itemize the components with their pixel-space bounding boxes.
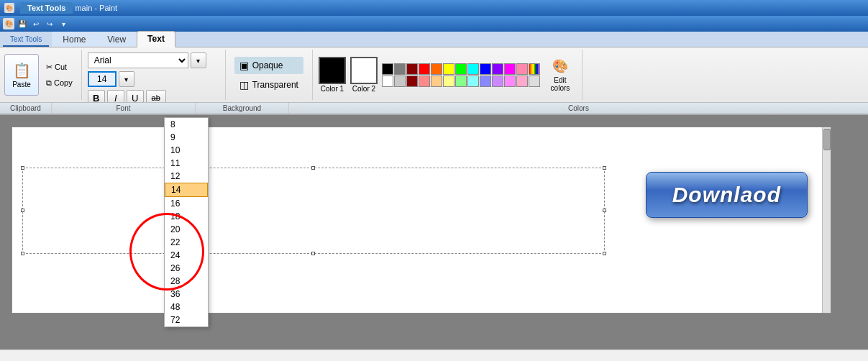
text-tools-title-tab: Text Tools: [20, 2, 73, 14]
size-item-9[interactable]: 9: [165, 131, 208, 144]
color-swatch[interactable]: [516, 76, 528, 87]
handle-ml: [21, 209, 24, 212]
color-swatch[interactable]: [431, 76, 442, 87]
handle-bl: [21, 252, 24, 255]
font-name-dropdown[interactable]: ▾: [191, 52, 206, 68]
color-swatch[interactable]: [480, 76, 491, 87]
font-name-select[interactable]: Arial: [88, 52, 188, 68]
opaque-button[interactable]: ▣ Opaque: [234, 57, 303, 74]
size-item-12[interactable]: 12: [165, 170, 208, 183]
color-swatch[interactable]: [431, 63, 442, 75]
color-swatch[interactable]: [504, 76, 516, 87]
edit-colors-button[interactable]: 🎨 Edit colors: [544, 53, 576, 96]
paint-canvas[interactable]: Downlaod: [12, 127, 831, 314]
size-item-10[interactable]: 10: [165, 144, 208, 157]
handle-tl: [21, 166, 24, 170]
color-swatch[interactable]: [467, 76, 479, 87]
color-swatch[interactable]: [406, 76, 418, 87]
color-swatch[interactable]: [394, 63, 406, 75]
quick-save-button[interactable]: 💾: [17, 18, 28, 29]
title-bar: 🎨 Text Tools main - Paint: [0, 0, 868, 16]
quick-redo-button[interactable]: ↪: [44, 18, 55, 29]
color-row-1: [382, 63, 540, 75]
color-swatch[interactable]: [382, 76, 393, 87]
font-group: Arial ▾ ▾ B I U ab: [82, 50, 226, 100]
tab-home[interactable]: Home: [52, 32, 96, 47]
size-item-26[interactable]: 26: [165, 262, 208, 275]
color-swatch[interactable]: [516, 63, 528, 75]
size-item-18[interactable]: 18: [165, 210, 208, 223]
color-swatch-rainbow[interactable]: [529, 63, 540, 75]
tab-view[interactable]: View: [96, 32, 137, 47]
group-labels-bar: Clipboard Font Background Colors: [0, 102, 868, 114]
size-item-72[interactable]: 72: [165, 314, 208, 326]
ribbon: 📋 Paste ✂ Cut ⧉ Copy Arial ▾: [0, 47, 868, 115]
handle-mr: [603, 209, 606, 212]
color-swatch[interactable]: [504, 63, 516, 75]
tab-text[interactable]: Text: [137, 31, 175, 47]
color2-section: Color 2: [350, 57, 378, 93]
color-swatch[interactable]: [492, 76, 503, 87]
download-button-canvas[interactable]: Downlaod: [646, 172, 808, 218]
size-item-20[interactable]: 20: [165, 223, 208, 236]
color-swatch[interactable]: [382, 63, 393, 75]
color-swatch[interactable]: [443, 63, 454, 75]
font-size-dropdown: 8 9 10 11 12 14 16 18 20 22 24 26 28 36 …: [164, 117, 209, 327]
size-item-36[interactable]: 36: [165, 288, 208, 301]
color-swatch[interactable]: [419, 76, 430, 87]
scrollbar-thumb[interactable]: [823, 129, 831, 150]
quick-access-toolbar: 🎨 💾 ↩ ↪ ▾: [0, 16, 868, 32]
dropdown-arrow[interactable]: ▾: [58, 18, 69, 29]
opaque-label: Opaque: [252, 60, 283, 70]
color2-swatch[interactable]: [350, 57, 378, 84]
cut-button[interactable]: ✂ Cut: [42, 60, 77, 74]
vertical-scrollbar[interactable]: [822, 127, 831, 313]
font-label: Font: [52, 103, 196, 114]
text-selection-box: [22, 168, 605, 254]
size-item-48[interactable]: 48: [165, 301, 208, 314]
quick-undo-button[interactable]: ↩: [30, 18, 42, 29]
app-menu-button[interactable]: 🎨: [3, 18, 14, 29]
size-item-16[interactable]: 16: [165, 197, 208, 210]
clipboard-small-buttons: ✂ Cut ⧉ Copy: [42, 60, 77, 90]
font-size-input[interactable]: [88, 71, 117, 87]
color-swatch[interactable]: [455, 63, 467, 75]
clipboard-label: Clipboard: [0, 103, 52, 114]
color1-section: Color 1: [319, 57, 346, 93]
color-swatch[interactable]: [467, 63, 479, 75]
status-bar: [0, 349, 868, 361]
color-swatch[interactable]: [492, 63, 503, 75]
color1-swatch[interactable]: [319, 57, 346, 84]
font-size-dropdown-btn[interactable]: ▾: [119, 71, 134, 87]
color-swatch[interactable]: [480, 63, 491, 75]
color-swatch[interactable]: [419, 63, 430, 75]
handle-tm: [311, 166, 315, 170]
color-palette: [382, 63, 540, 87]
transparent-button[interactable]: ◫ Transparent: [234, 76, 303, 93]
font-name-row: Arial ▾: [88, 52, 219, 68]
color-swatch[interactable]: [406, 63, 418, 75]
color-swatch[interactable]: [443, 76, 454, 87]
color-swatch[interactable]: [529, 76, 540, 87]
size-item-22[interactable]: 22: [165, 236, 208, 249]
color-row-2: [382, 76, 540, 87]
edit-colors-label: Edit colors: [547, 76, 574, 92]
title-bar-icons: 🎨: [4, 3, 14, 13]
background-group: ▣ Opaque ◫ Transparent: [226, 50, 313, 100]
color1-label: Color 1: [321, 85, 344, 93]
opaque-icon: ▣: [239, 60, 249, 71]
size-item-14-selected[interactable]: 14: [165, 183, 208, 197]
size-item-28[interactable]: 28: [165, 275, 208, 288]
transparent-icon: ◫: [239, 79, 249, 91]
size-item-11[interactable]: 11: [165, 157, 208, 170]
color-swatch[interactable]: [394, 76, 406, 87]
cut-label: Cut: [55, 63, 67, 71]
color-swatch[interactable]: [455, 76, 467, 87]
paste-button[interactable]: 📋 Paste: [4, 54, 39, 96]
size-item-24[interactable]: 24: [165, 249, 208, 262]
size-item-8[interactable]: 8: [165, 118, 208, 131]
clipboard-group: 📋 Paste ✂ Cut ⧉ Copy: [0, 50, 82, 100]
copy-button[interactable]: ⧉ Copy: [42, 76, 77, 90]
canvas-area: Downlaod 8 9 10 11 12 14 16 18 20 22 24 …: [0, 115, 868, 349]
paste-label: Paste: [12, 81, 31, 88]
